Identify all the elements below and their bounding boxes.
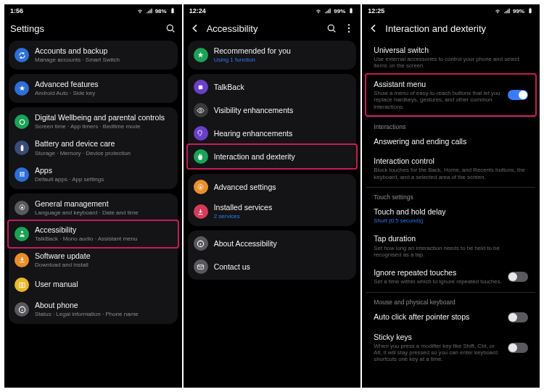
divider xyxy=(366,292,535,293)
status-time: 12:25 xyxy=(368,7,384,14)
row-subtitle: TalkBack · Mono audio · Assistant menu xyxy=(35,235,172,243)
svg-point-25 xyxy=(199,109,202,112)
toggle-switch[interactable] xyxy=(508,90,528,100)
row-subtitle: Use external accessories to control your… xyxy=(374,56,528,70)
header: Accessibility xyxy=(184,17,361,39)
status-icons: 99% xyxy=(315,7,355,14)
section-title: Mouse and physical keyboard xyxy=(366,294,535,307)
settings-group: Accounts and backupManage accounts · Sma… xyxy=(9,41,178,70)
row-label: Contact us xyxy=(214,262,351,272)
row-label: Hearing enhancements xyxy=(214,129,351,138)
row-label: Touch and hold delay xyxy=(374,207,528,217)
row-label: Advanced features xyxy=(35,80,172,89)
settings-row[interactable]: Tap durationSet how long an interaction … xyxy=(366,229,535,263)
gear-icon xyxy=(194,180,208,194)
settings-row[interactable]: Sticky keysWhen you press a modifier key… xyxy=(366,328,535,368)
settings-row[interactable]: Interaction controlBlock touches for the… xyxy=(366,151,535,185)
settings-row[interactable]: TalkBack xyxy=(188,75,357,99)
back-icon[interactable] xyxy=(189,22,201,34)
settings-row[interactable]: About phoneStatus · Legal information · … xyxy=(9,296,178,322)
svg-rect-5 xyxy=(21,145,22,146)
settings-row[interactable]: Visibility enhancements xyxy=(188,99,357,122)
phone-screen: 1:5698%SettingsAccounts and backupManage… xyxy=(4,4,182,388)
settings-row[interactable]: AccessibilityTalkBack · Mono audio · Ass… xyxy=(7,220,179,249)
svg-rect-29 xyxy=(529,9,531,14)
row-subtitle: Short (0.5 seconds) xyxy=(374,217,528,224)
talk-icon xyxy=(194,80,208,94)
status-bar: 12:2499% xyxy=(184,4,361,17)
row-subtitle: Set a time within which to ignore repeat… xyxy=(374,278,502,285)
status-bar: 12:2599% xyxy=(362,4,540,17)
row-label: Answering and ending calls xyxy=(374,137,528,146)
svg-point-2 xyxy=(167,25,173,30)
svg-point-7 xyxy=(21,172,22,173)
settings-row[interactable]: Hearing enhancements xyxy=(188,122,357,145)
row-label: TalkBack xyxy=(214,83,351,92)
settings-row[interactable]: Advanced settings xyxy=(188,175,357,199)
svg-point-14 xyxy=(22,175,24,177)
svg-point-8 xyxy=(22,172,24,173)
row-label: Assistant menu xyxy=(374,80,502,89)
svg-point-22 xyxy=(348,28,350,29)
settings-row[interactable]: Universal switchUse external accessories… xyxy=(366,41,535,75)
row-label: Accounts and backup xyxy=(35,46,172,56)
info-icon xyxy=(15,302,29,317)
settings-row[interactable]: Advanced featuresAndroid Auto · Side key xyxy=(9,75,178,101)
toggle-switch[interactable] xyxy=(508,272,528,282)
toggle-switch[interactable] xyxy=(508,312,528,322)
hand-icon xyxy=(194,149,208,164)
header: Interaction and dexterity xyxy=(362,17,540,39)
settings-group: Digital Wellbeing and parental controlsS… xyxy=(9,107,178,188)
row-subtitle: Status · Legal information · Phone name xyxy=(35,311,172,318)
section-title: Touch settings xyxy=(366,189,535,202)
settings-row[interactable]: Accounts and backupManage accounts · Sma… xyxy=(9,42,178,68)
svg-point-10 xyxy=(21,174,22,175)
svg-point-9 xyxy=(20,174,21,175)
row-subtitle: Block touches for the Back, Home, and Re… xyxy=(374,167,528,180)
row-label: Tap duration xyxy=(374,234,528,243)
book-icon xyxy=(15,278,29,292)
settings-row[interactable]: User manual xyxy=(9,273,178,296)
sync-icon xyxy=(15,48,29,62)
settings-row[interactable]: Assistant menuShow a menu of easy-to-rea… xyxy=(365,73,537,117)
settings-row[interactable]: General managementLanguage and keyboard … xyxy=(9,195,178,221)
settings-row[interactable]: Recommended for youUsing 1 function xyxy=(188,42,357,68)
settings-row[interactable]: Answering and ending calls xyxy=(366,132,535,151)
row-label: Accessibility xyxy=(35,225,172,235)
settings-row[interactable]: Touch and hold delayShort (0.5 seconds) xyxy=(366,202,535,229)
status-bar: 1:5698% xyxy=(4,4,182,17)
row-label: Battery and device care xyxy=(35,139,172,149)
settings-row[interactable]: Interaction and dexterity xyxy=(186,143,358,170)
toggle-switch[interactable] xyxy=(508,343,528,353)
settings-row[interactable]: About Accessibility xyxy=(188,232,357,255)
settings-row[interactable]: Software updateDownload and install xyxy=(9,247,178,273)
page-title: Accessibility xyxy=(207,23,321,34)
settings-group: About AccessibilityContact us xyxy=(188,230,357,280)
settings-row[interactable]: AppsDefault apps · App settings xyxy=(9,162,178,188)
content: Accounts and backupManage accounts · Sma… xyxy=(4,39,182,388)
search-icon[interactable] xyxy=(326,22,337,34)
settings-row[interactable]: Battery and device careStorage · Memory … xyxy=(9,135,178,161)
svg-point-20 xyxy=(329,25,334,30)
phone-screen: 12:2499%AccessibilityRecommended for you… xyxy=(184,4,361,388)
svg-rect-0 xyxy=(171,9,173,14)
back-icon[interactable] xyxy=(368,22,379,34)
gear-icon xyxy=(15,201,29,215)
mail-icon xyxy=(194,259,208,274)
search-icon[interactable] xyxy=(165,22,176,34)
settings-row[interactable]: Ignore repeated touchesSet a time within… xyxy=(366,263,535,290)
page-title: Settings xyxy=(10,23,159,34)
phone-screen: 12:2599%Interaction and dexterityUnivers… xyxy=(362,4,540,388)
settings-row[interactable]: Installed services2 services xyxy=(188,199,357,225)
row-label: Interaction control xyxy=(374,157,528,166)
settings-row[interactable]: Digital Wellbeing and parental controlsS… xyxy=(9,109,178,135)
settings-row[interactable]: Contact us xyxy=(188,255,357,278)
svg-rect-4 xyxy=(20,146,23,151)
page-title: Interaction and dexterity xyxy=(385,23,534,34)
row-subtitle: When you press a modifier key like Shift… xyxy=(374,343,502,363)
settings-row[interactable]: Auto click after pointer stops xyxy=(366,307,535,328)
row-subtitle: Using 1 function xyxy=(214,57,351,64)
grid-icon xyxy=(15,167,29,182)
row-subtitle: Storage · Memory · Device protection xyxy=(35,150,172,157)
more-icon[interactable] xyxy=(343,22,355,34)
